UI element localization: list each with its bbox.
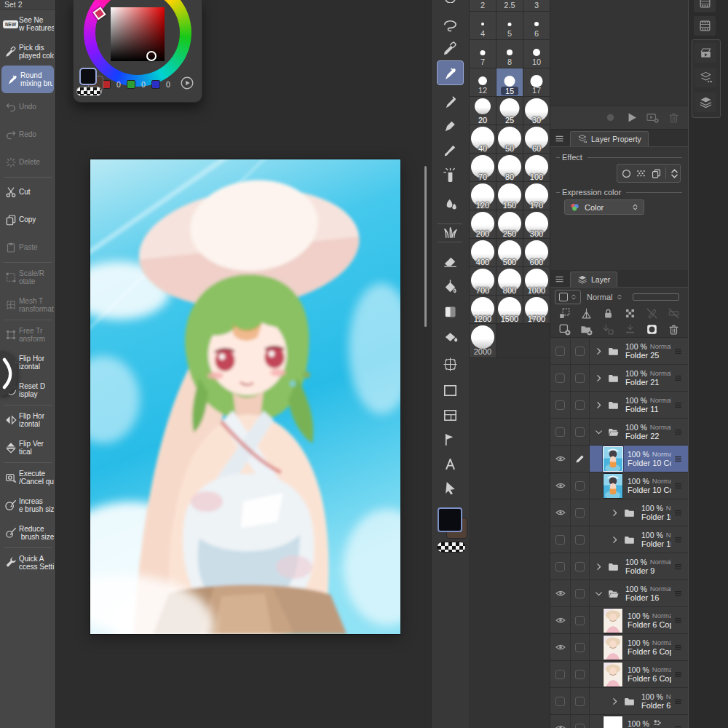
edit-indicator[interactable]: [571, 419, 590, 445]
brush-size-3[interactable]: 3: [523, 0, 550, 11]
tool-text[interactable]: [437, 451, 464, 476]
layer-row-content[interactable]: 100 %NormalFolder 6: [590, 688, 688, 714]
delete-layer-button[interactable]: [667, 323, 681, 336]
layer-row-content[interactable]: 100 %NormalFolder 10 C: [590, 499, 688, 526]
layer-row-content[interactable]: 100 %NormalFolder 11: [590, 392, 688, 418]
chevron-down-icon[interactable]: [594, 589, 604, 598]
brush-size-1200[interactable]: 1200: [470, 296, 496, 323]
layer-menu-icon[interactable]: [673, 724, 684, 728]
layer-row-content[interactable]: 100 %NormalFolder 6 Copy 2: [590, 607, 688, 633]
brush-size-120[interactable]: 120: [470, 182, 496, 210]
layer-row[interactable]: 100 %NormalFolder 16: [550, 580, 688, 607]
brush-size-400[interactable]: 400: [470, 239, 496, 266]
subtool-flyout-handle[interactable]: [0, 351, 17, 396]
layer-row[interactable]: 100 %NormalFolder 10 C: [550, 499, 688, 526]
brush-size-50[interactable]: 50: [496, 125, 523, 153]
expression-color-dropdown[interactable]: Color: [564, 199, 644, 215]
brush-size-70[interactable]: 70: [470, 154, 496, 181]
transparent-color-swatch[interactable]: [76, 87, 102, 96]
visibility-toggle[interactable]: [550, 446, 571, 472]
brush-size-2.5[interactable]: 2.5: [496, 0, 523, 11]
timeline-panel-button[interactable]: [694, 0, 716, 12]
visibility-toggle[interactable]: [550, 634, 571, 660]
command-pick-displayed-color[interactable]: Pick dis played colo: [0, 38, 55, 66]
edit-indicator[interactable]: [571, 715, 590, 728]
brush-size-20[interactable]: 20: [470, 97, 496, 124]
play-button[interactable]: [625, 111, 638, 124]
tab-layer[interactable]: Layer: [570, 272, 617, 287]
brush-size-5[interactable]: 5: [496, 12, 523, 39]
layer-property-panel-button[interactable]: [695, 68, 716, 87]
tool-fill[interactable]: [437, 325, 464, 349]
layer-menu-icon[interactable]: [673, 535, 684, 545]
animation-panel-button[interactable]: [694, 16, 716, 36]
new-raster-layer-button[interactable]: [558, 323, 571, 336]
brush-size-100[interactable]: 100: [523, 154, 550, 181]
chevron-right-icon[interactable]: [594, 562, 604, 571]
visibility-toggle[interactable]: [550, 338, 571, 364]
layer-row[interactable]: 100 %NormalFolder 9: [550, 553, 688, 580]
layer-menu-icon[interactable]: [673, 589, 684, 598]
layer-menu-icon[interactable]: [673, 508, 684, 518]
layer-menu-icon[interactable]: [673, 347, 684, 356]
saturation-value-square[interactable]: [111, 7, 165, 61]
edit-indicator[interactable]: [571, 392, 590, 418]
brush-size-150[interactable]: 150: [496, 182, 523, 210]
layer-row[interactable]: 100 %NormalFolder 10 Copy: [550, 446, 688, 472]
color-mixer-icon[interactable]: [179, 75, 195, 91]
brush-size-800[interactable]: 800: [496, 267, 523, 295]
edit-indicator[interactable]: [571, 526, 590, 553]
sv-cursor[interactable]: [146, 51, 157, 61]
layer-row[interactable]: 100 %NormalFolder 21: [550, 365, 688, 392]
layer-row-content[interactable]: 100 %NormalFolder 10 Copy: [590, 446, 688, 472]
brush-size-2000[interactable]: 2000: [470, 324, 496, 357]
layer-menu-icon[interactable]: [673, 616, 684, 625]
command-cut[interactable]: Cut: [0, 178, 55, 206]
visibility-toggle[interactable]: [550, 499, 571, 526]
clip-to-layer-below-button[interactable]: [558, 306, 571, 320]
visibility-toggle[interactable]: [550, 472, 571, 499]
layer-row-content[interactable]: 100 %NormalFolder 6 Copy 2: [590, 634, 688, 660]
brush-size-15[interactable]: 15: [496, 68, 523, 96]
layer-menu-icon[interactable]: [673, 670, 684, 679]
layer-panel-button[interactable]: [695, 92, 716, 112]
command-round-mixing-brush[interactable]: Round mixing brus: [1, 66, 54, 93]
tool-marker-brush[interactable]: [437, 90, 464, 114]
tool-lasso[interactable]: [437, 13, 464, 38]
brush-size-8[interactable]: 8: [496, 40, 523, 68]
tool-paint-bucket[interactable]: [437, 274, 464, 298]
layer-row[interactable]: 100 %NormalFolder 6 Copy 2: [550, 634, 688, 661]
layer-row-content[interactable]: 100 %NormalFolder 6 Copy: [590, 661, 688, 687]
command-flip-horizontal-2[interactable]: Flip Hor izontal: [0, 406, 55, 434]
blend-mode-stepper-icon[interactable]: [616, 292, 623, 302]
canvas[interactable]: [90, 159, 400, 634]
chevron-right-icon[interactable]: [594, 373, 604, 383]
layer-row-content[interactable]: 100 %NormalFolder 16: [590, 580, 688, 606]
create-layer-mask-button[interactable]: [645, 323, 659, 336]
layer-menu-icon[interactable]: [673, 373, 684, 383]
layer-row[interactable]: 100 %NormalFolder 10: [550, 526, 688, 553]
layer-thumbnail[interactable]: [603, 473, 623, 499]
edit-indicator[interactable]: [571, 472, 590, 499]
layer-thumbnail[interactable]: [603, 446, 623, 472]
tool-pen[interactable]: [437, 114, 464, 138]
brush-size-1500[interactable]: 1500: [496, 296, 523, 323]
tool-gradient[interactable]: [437, 299, 464, 324]
tool-airbrush[interactable]: [437, 162, 464, 187]
brush-size-300[interactable]: 300: [523, 210, 550, 238]
layer-thumbnail[interactable]: [603, 635, 623, 660]
brush-size-40[interactable]: 40: [470, 125, 496, 153]
canvas-scrollbar[interactable]: [424, 166, 427, 327]
edit-indicator[interactable]: [571, 607, 590, 633]
tool-object-select[interactable]: [437, 475, 464, 500]
layer-thumbnail[interactable]: [603, 608, 623, 633]
layer-row[interactable]: 100 %Layer 100: [550, 715, 688, 728]
layer-menu-icon[interactable]: [673, 454, 684, 464]
brush-size-6[interactable]: 6: [523, 12, 550, 39]
new-layer-folder-button[interactable]: [579, 323, 593, 336]
layer-row-content[interactable]: 100 %NormalFolder 25: [590, 338, 688, 364]
layer-menu-icon[interactable]: [673, 481, 684, 491]
layer-menu-icon[interactable]: [673, 427, 684, 437]
edit-indicator[interactable]: [571, 499, 590, 526]
chevron-down-icon[interactable]: [594, 427, 604, 437]
